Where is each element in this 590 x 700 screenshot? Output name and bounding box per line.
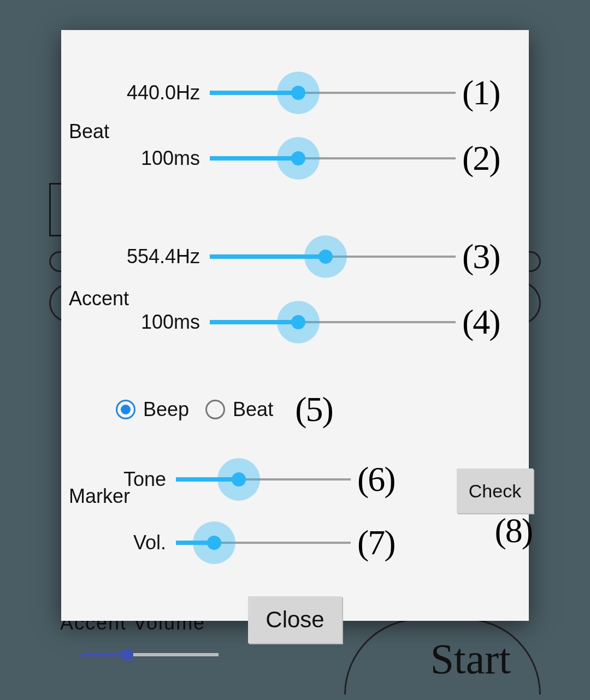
marker-vol-slider[interactable] <box>176 542 351 544</box>
annotation-6: (6) <box>357 459 395 500</box>
radio-beat[interactable] <box>205 400 225 419</box>
check-button[interactable]: Check <box>457 468 533 513</box>
accent-dur-slider[interactable] <box>210 321 456 323</box>
beat-freq-slider[interactable] <box>210 92 456 94</box>
accent-freq-slider[interactable] <box>210 256 456 258</box>
radio-beep-label[interactable]: Beep <box>143 398 189 421</box>
annotation-4: (4) <box>462 302 500 342</box>
annotation-1: (1) <box>462 73 500 113</box>
marker-vol-row: Vol. (7) <box>61 511 529 574</box>
marker-label: Marker <box>69 485 130 508</box>
accent-dur-row: 100ms (4) <box>61 289 529 355</box>
annotation-2: (2) <box>462 138 500 179</box>
radio-beat-label[interactable]: Beat <box>233 398 273 421</box>
beat-freq-row: 440.0Hz (1) <box>61 60 529 126</box>
beat-freq-value: 440.0Hz <box>61 81 210 104</box>
bg-accent-volume-slider[interactable] <box>82 653 219 656</box>
annotation-5: (5) <box>295 389 333 430</box>
annotation-7: (7) <box>357 523 395 563</box>
accent-dur-value: 100ms <box>61 311 210 334</box>
radio-beep[interactable] <box>116 400 135 419</box>
accent-freq-value: 554.4Hz <box>61 245 210 268</box>
marker-vol-label: Vol. <box>61 531 176 554</box>
accent-freq-row: 554.4Hz (3) <box>61 224 529 289</box>
annotation-8: (8) <box>494 511 532 551</box>
marker-section: Marker Beep Beat (5) Tone (6) Vol. (7) C… <box>61 388 529 574</box>
beat-section: Beat 440.0Hz (1) 100ms (2) <box>61 60 529 191</box>
marker-tone-slider[interactable] <box>176 478 351 480</box>
accent-label: Accent <box>69 287 129 310</box>
accent-section: Accent 554.4Hz (3) 100ms (4) <box>61 224 529 355</box>
close-button[interactable]: Close <box>248 596 342 643</box>
beat-dur-row: 100ms (2) <box>61 126 529 191</box>
annotation-3: (3) <box>462 236 500 277</box>
marker-radio-row: Beep Beat (5) <box>61 388 529 431</box>
beat-dur-slider[interactable] <box>210 157 456 159</box>
beat-dur-value: 100ms <box>61 147 210 170</box>
beat-label: Beat <box>69 120 109 143</box>
settings-dialog: Beat 440.0Hz (1) 100ms (2) Accent 554.4H… <box>61 30 529 621</box>
bg-start-label[interactable]: Start <box>430 634 511 684</box>
